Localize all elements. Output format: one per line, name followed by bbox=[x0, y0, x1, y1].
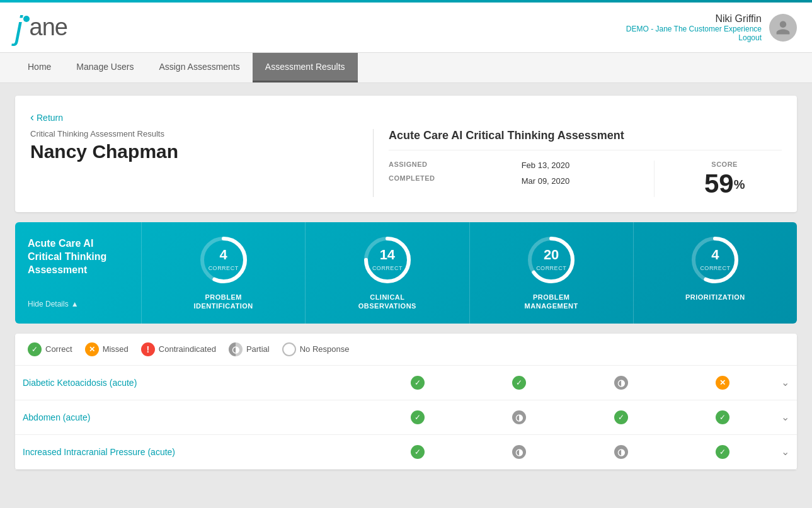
metric-col-3: 4 CORRECT PRIORITIZATION bbox=[633, 222, 797, 324]
result-cell-2-1: ◑ bbox=[469, 434, 570, 469]
result-name-2[interactable]: Increased Intracranial Pressure (acute) bbox=[15, 434, 367, 469]
result-cell-1-3: ✓ bbox=[672, 400, 773, 434]
legend-contraindicated: ! Contraindicated bbox=[141, 342, 216, 356]
circle-text-0: 4 CORRECT bbox=[209, 248, 239, 272]
metric-circle-1: 14 CORRECT bbox=[362, 235, 413, 285]
avatar-icon bbox=[775, 20, 791, 36]
assessment-subtitle: Critical Thinking Assessment Results bbox=[30, 129, 358, 138]
expand-button-2[interactable]: ⌄ bbox=[774, 434, 797, 469]
user-name: Niki Griffin bbox=[626, 13, 762, 25]
logout-link[interactable]: Logout bbox=[626, 33, 762, 42]
assessment-title: Acute Care AI Critical Thinking Assessme… bbox=[389, 129, 782, 150]
nav-assign-assessments[interactable]: Assign Assessments bbox=[146, 53, 252, 82]
nav-assessment-results[interactable]: Assessment Results bbox=[253, 53, 358, 82]
legend-no-response: No Response bbox=[282, 342, 350, 356]
table-row: Increased Intracranial Pressure (acute)✓… bbox=[15, 434, 797, 469]
user-org[interactable]: DEMO - Jane The Customer Experience bbox=[626, 25, 762, 33]
results-table: Diabetic Ketoacidosis (acute)✓✓◑✕⌄Abdome… bbox=[15, 366, 797, 470]
legend-no-response-label: No Response bbox=[300, 344, 350, 354]
results-card: ✓ Correct ✕ Missed ! Contraindicated ◑ P… bbox=[15, 334, 797, 470]
no-response-icon bbox=[282, 342, 296, 356]
result-name-0[interactable]: Diabetic Ketoacidosis (acute) bbox=[15, 366, 367, 400]
return-label: Return bbox=[37, 113, 63, 123]
circle-text-3: 4 CORRECT bbox=[700, 248, 730, 272]
metric-col-1: 14 CORRECT CLINICALOBSERVATIONS bbox=[305, 222, 469, 324]
assigned-label-cell: ASSIGNED COMPLETED bbox=[389, 161, 517, 197]
score-section: Acute Care AI Critical Thinking Assessme… bbox=[373, 129, 782, 197]
legend-correct-label: Correct bbox=[45, 344, 72, 354]
metric-circle-3: 4 CORRECT bbox=[690, 235, 740, 285]
circle-label-3: CORRECT bbox=[700, 265, 730, 271]
completed-date: Mar 09, 2020 bbox=[522, 176, 649, 186]
return-link[interactable]: Return bbox=[30, 111, 782, 124]
logo-ane: ane bbox=[30, 14, 67, 41]
icon-correct: ✓ bbox=[411, 376, 425, 390]
user-info: Niki Griffin DEMO - Jane The Customer Ex… bbox=[626, 13, 797, 42]
chevron-up-icon: ▲ bbox=[71, 300, 79, 308]
meta-grid: ASSIGNED COMPLETED Feb 13, 2020 Mar 09, … bbox=[389, 161, 782, 197]
top-bar: j ane Niki Griffin DEMO - Jane The Custo… bbox=[0, 3, 812, 53]
hide-details-button[interactable]: Hide Details ▲ bbox=[28, 300, 129, 308]
patient-card: Return Critical Thinking Assessment Resu… bbox=[15, 96, 797, 212]
icon-partial: ◑ bbox=[512, 445, 526, 459]
expand-button-1[interactable]: ⌄ bbox=[774, 400, 797, 434]
user-details: Niki Griffin DEMO - Jane The Customer Ex… bbox=[626, 13, 762, 42]
avatar bbox=[769, 14, 797, 42]
nav-manage-users[interactable]: Manage Users bbox=[64, 53, 146, 82]
expand-button-0[interactable]: ⌄ bbox=[774, 366, 797, 400]
metric-name-1: CLINICALOBSERVATIONS bbox=[358, 293, 416, 311]
patient-name: Nancy Chapman bbox=[30, 141, 358, 162]
result-cell-1-1: ◑ bbox=[469, 400, 570, 434]
logo: j ane bbox=[15, 11, 67, 44]
circle-label-1: CORRECT bbox=[372, 265, 403, 271]
score-value-container: 59% bbox=[667, 171, 782, 197]
completed-label: COMPLETED bbox=[389, 174, 517, 182]
result-cell-0-2: ◑ bbox=[570, 366, 672, 400]
metric-circle-2: 20 CORRECT bbox=[526, 235, 576, 285]
metric-name-0: PROBLEMIDENTIFICATION bbox=[194, 293, 253, 311]
dates-cell: Feb 13, 2020 Mar 09, 2020 bbox=[522, 161, 649, 197]
circle-number-1: 14 bbox=[372, 248, 403, 262]
circle-label-0: CORRECT bbox=[209, 265, 239, 271]
correct-icon: ✓ bbox=[28, 342, 42, 356]
legend-missed-label: Missed bbox=[103, 344, 129, 354]
score-percent: % bbox=[734, 178, 745, 191]
patient-section: Critical Thinking Assessment Results Nan… bbox=[30, 129, 358, 197]
result-cell-0-1: ✓ bbox=[469, 366, 570, 400]
result-cell-1-2: ✓ bbox=[570, 400, 672, 434]
score-number: 59 bbox=[704, 169, 734, 198]
nav-home[interactable]: Home bbox=[15, 53, 64, 82]
legend-missed: ✕ Missed bbox=[85, 342, 129, 356]
legend: ✓ Correct ✕ Missed ! Contraindicated ◑ P… bbox=[15, 334, 797, 366]
assessment-banner: Acute Care AI Critical Thinking Assessme… bbox=[15, 222, 797, 324]
circle-text-1: 14 CORRECT bbox=[372, 248, 403, 272]
contraindicated-icon: ! bbox=[141, 342, 155, 356]
circle-number-3: 4 bbox=[700, 248, 730, 262]
icon-correct: ✓ bbox=[614, 410, 628, 424]
result-cell-2-3: ✓ bbox=[672, 434, 773, 469]
metric-circle-0: 4 CORRECT bbox=[198, 235, 249, 285]
hide-details-label: Hide Details bbox=[28, 300, 69, 308]
main-content: Return Critical Thinking Assessment Resu… bbox=[0, 83, 812, 492]
circle-label-2: CORRECT bbox=[536, 265, 566, 271]
metric-col-0: 4 CORRECT PROBLEMIDENTIFICATION bbox=[141, 222, 305, 324]
missed-icon: ✕ bbox=[85, 342, 99, 356]
result-cell-1-0: ✓ bbox=[367, 400, 468, 434]
metric-col-2: 20 CORRECT PROBLEMMANAGEMENT bbox=[469, 222, 633, 324]
logo-dot bbox=[23, 16, 30, 22]
banner-inner: Acute Care AI Critical Thinking Assessme… bbox=[15, 222, 797, 324]
icon-missed: ✕ bbox=[716, 376, 729, 390]
legend-partial-label: Partial bbox=[246, 344, 270, 354]
assessment-header: Critical Thinking Assessment Results Nan… bbox=[30, 129, 782, 197]
result-cell-2-2: ◑ bbox=[570, 434, 672, 469]
legend-partial: ◑ Partial bbox=[229, 342, 270, 356]
table-row: Abdomen (acute)✓◑✓✓⌄ bbox=[15, 400, 797, 434]
main-nav: Home Manage Users Assign Assessments Ass… bbox=[0, 53, 812, 83]
score-display: SCORE 59% bbox=[654, 161, 782, 197]
circle-number-0: 4 bbox=[209, 248, 239, 262]
result-name-1[interactable]: Abdomen (acute) bbox=[15, 400, 367, 434]
metric-name-3: PRIORITIZATION bbox=[685, 293, 745, 302]
score-label: SCORE bbox=[667, 161, 782, 168]
circle-text-2: 20 CORRECT bbox=[536, 248, 566, 272]
legend-contraindicated-label: Contraindicated bbox=[159, 344, 216, 354]
